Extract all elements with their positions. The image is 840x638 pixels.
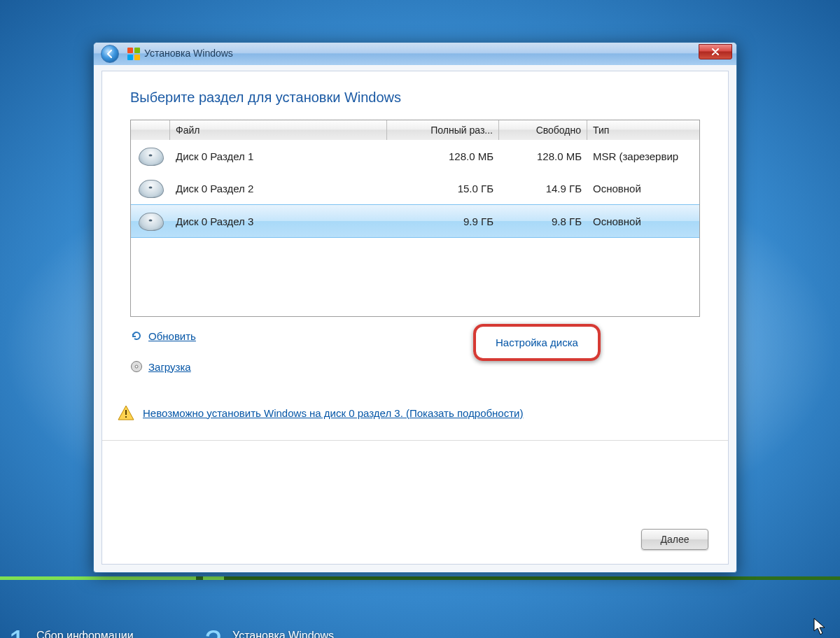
header-name[interactable]: Файл [170,120,387,140]
row2-name: Диск 0 Раздел 3 [170,215,387,227]
load-label: Загрузка [148,361,191,373]
titlebar: Установка Windows [94,43,736,65]
refresh-icon [130,329,143,342]
partition-table: Файл Полный раз... Свободно Тип Диск 0 Р… [130,120,700,317]
row1-type: Основной [587,183,699,194]
client-area: Выберите раздел для установки Windows Фа… [102,71,729,565]
table-header[interactable]: Файл Полный раз... Свободно Тип [131,120,699,140]
disk-setup-label: Настройка диска [496,336,578,348]
step2-number: 2 [204,625,223,638]
disk-icon [139,213,162,229]
installer-window: Установка Windows Выберите раздел для ус… [93,42,737,573]
svg-rect-2 [125,410,127,415]
row2-free: 9.8 ГБ [499,215,587,227]
step1-label: Сбор информации [36,630,134,638]
header-free[interactable]: Свободно [499,120,587,140]
row1-total: 15.0 ГБ [387,183,499,194]
row0-total: 128.0 МБ [387,150,499,162]
tool-row: Обновить Загрузка Настройка диска [130,329,700,391]
separator [102,440,728,441]
svg-point-1 [135,365,138,368]
row1-free: 14.9 ГБ [499,183,587,194]
table-body: Диск 0 Раздел 1 128.0 МБ 128.0 МБ MSR (з… [131,140,699,316]
disk-icon [139,148,162,164]
refresh-label: Обновить [148,330,196,342]
close-button[interactable] [699,44,732,59]
header-total[interactable]: Полный раз... [387,120,499,140]
table-row[interactable]: Диск 0 Раздел 3 9.9 ГБ 9.8 ГБ Основной [131,204,699,238]
step1-number: 1 [8,625,27,638]
header-type[interactable]: Тип [587,120,699,140]
refresh-link[interactable]: Обновить [130,329,196,342]
back-button[interactable] [101,45,119,63]
next-button[interactable]: Далее [641,529,708,550]
row1-name: Диск 0 Раздел 2 [170,183,387,194]
disk-setup-link[interactable]: Настройка диска [473,324,601,361]
table-row[interactable]: Диск 0 Раздел 2 15.0 ГБ 14.9 ГБ Основной [131,172,699,204]
load-driver-link[interactable]: Загрузка [130,360,191,373]
row2-total: 9.9 ГБ [387,215,499,227]
warning-link[interactable]: Невозможно установить Windows на диск 0 … [143,407,523,419]
window-title: Установка Windows [144,48,233,59]
row2-type: Основной [587,215,699,227]
cd-icon [130,360,143,373]
windows-logo-icon [127,48,140,60]
table-row[interactable]: Диск 0 Раздел 1 128.0 МБ 128.0 МБ MSR (з… [131,140,699,172]
disk-icon [139,180,162,197]
warning-icon [118,405,134,420]
row0-free: 128.0 МБ [499,150,587,162]
cursor-icon [813,618,827,638]
warning-row: Невозможно установить Windows на диск 0 … [118,405,713,420]
install-progress-track [0,576,840,580]
page-heading: Выберите раздел для установки Windows [130,90,700,106]
row0-name: Диск 0 Раздел 1 [170,150,387,162]
row0-type: MSR (зарезервир [587,150,699,162]
svg-rect-3 [125,416,127,418]
step2-label: Установка Windows [232,630,334,638]
